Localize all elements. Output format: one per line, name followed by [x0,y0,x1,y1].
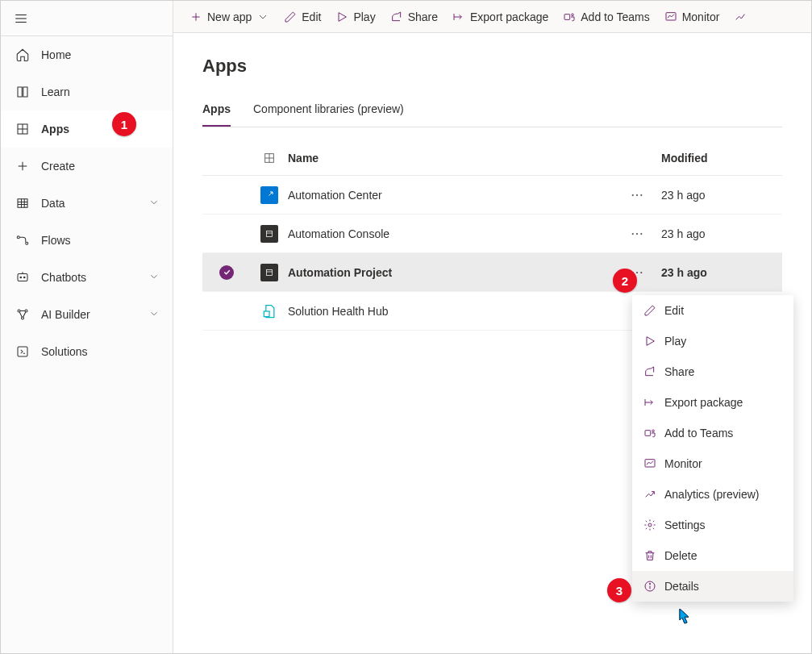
menu-label: Play [664,335,686,348]
export-button[interactable]: Export package [452,10,548,23]
hamburger-menu[interactable] [1,1,173,36]
tab-apps[interactable]: Apps [202,96,231,127]
tbtn-label: Edit [302,10,321,23]
pencil-icon [284,10,297,23]
nav-label: Chatbots [41,271,86,284]
svg-rect-31 [564,14,570,19]
svg-point-20 [25,310,27,312]
nav-solutions[interactable]: Solutions [1,333,173,370]
nav-label: Learn [41,85,70,98]
svg-point-48 [636,271,638,273]
chevron-down-icon [148,197,160,210]
annotation-badge-1: 1 [112,112,136,136]
nav-ai-builder[interactable]: AI Builder [1,296,173,333]
new-app-button[interactable]: New app [189,10,269,23]
nav-label: Solutions [41,345,88,358]
app-modified: 23 h ago [661,189,782,202]
type-column-icon[interactable] [251,152,288,165]
svg-point-43 [636,232,638,234]
nav-apps[interactable]: Apps [1,110,173,148]
tbtn-label: Play [353,10,375,23]
menu-play[interactable]: Play [632,326,793,356]
menu-analytics[interactable]: Analytics (preview) [632,479,793,510]
monitor-icon [643,457,656,470]
app-name: Solution Health Hub [288,305,613,318]
nav-learn[interactable]: Learn [1,73,173,110]
app-name: Automation Project [288,266,613,279]
menu-label: Export package [664,396,743,409]
nav-label: Flows [41,234,71,247]
export-icon [643,396,656,409]
teams-icon [643,427,656,439]
nav-label: Create [41,160,75,173]
menu-label: Details [664,580,699,593]
svg-point-37 [632,194,634,195]
app-type-icon [260,225,278,243]
app-row-selected[interactable]: Automation Project 23 h ago [202,253,782,292]
menu-edit[interactable]: Edit [632,295,793,326]
hamburger-icon [14,11,28,26]
analytics-button-clipped[interactable] [734,10,747,23]
menu-label: Analytics (preview) [664,488,759,501]
tbtn-label: Add to Teams [581,10,649,23]
nav-data[interactable]: Data [1,185,173,222]
menu-details[interactable]: Details [632,571,793,602]
share-button[interactable]: Share [390,10,438,23]
menu-delete[interactable]: Delete [632,540,793,571]
svg-point-19 [18,310,20,312]
menu-label: Monitor [664,457,702,470]
svg-line-22 [19,312,22,317]
nav-create[interactable]: Create [1,148,173,185]
menu-settings[interactable]: Settings [632,510,793,540]
chatbots-icon [14,270,31,285]
app-type-icon [260,264,278,281]
book-icon [14,85,31,99]
more-button[interactable] [613,227,661,241]
more-button[interactable] [613,188,661,202]
tbtn-label: Share [408,10,438,23]
chevron-down-icon [148,308,160,322]
nav-home[interactable]: Home [1,36,173,73]
column-modified[interactable]: Modified [661,152,782,165]
svg-marker-28 [339,12,346,21]
play-button[interactable]: Play [335,10,375,23]
app-name: Automation Console [288,227,613,240]
solutions-icon [14,344,31,359]
tbtn-label: New app [207,10,252,23]
selected-check-icon [219,265,234,280]
menu-teams[interactable]: Add to Teams [632,418,793,448]
tab-label: Component libraries (preview) [253,102,404,115]
tab-component-libraries[interactable]: Component libraries (preview) [253,96,404,127]
add-to-teams-button[interactable]: Add to Teams [563,10,649,23]
plus-icon [189,10,202,23]
ai-icon [14,307,31,322]
app-row[interactable]: Automation Console 23 h ago [202,215,782,253]
chevron-down-icon [256,10,269,23]
svg-point-60 [649,583,650,584]
context-menu: Edit Play Share Export package Add to Te… [632,295,793,602]
menu-share[interactable]: Share [632,356,793,387]
toolbar: New app Edit Play Share Export package [173,1,811,33]
tbtn-label: Export package [470,10,548,23]
annotation-badge-2: 2 [613,269,637,293]
app-row[interactable]: Automation Center 23 h ago [202,176,782,215]
svg-point-49 [640,271,642,273]
home-icon [14,48,31,62]
export-icon [452,10,465,23]
menu-monitor[interactable]: Monitor [632,448,793,479]
nav-chatbots[interactable]: Chatbots [1,259,173,296]
svg-point-39 [640,194,642,195]
nav-flows[interactable]: Flows [1,222,173,259]
data-icon [14,196,31,210]
menu-export[interactable]: Export package [632,387,793,418]
app-name: Automation Center [288,189,613,202]
svg-point-44 [640,232,642,234]
menu-label: Delete [664,549,697,562]
nav-label: Apps [41,123,69,135]
monitor-button[interactable]: Monitor [664,10,720,23]
menu-label: Add to Teams [664,427,733,439]
svg-point-14 [26,242,28,244]
edit-button[interactable]: Edit [284,10,321,23]
list-header: Name Modified [202,140,782,176]
column-name[interactable]: Name [288,152,613,165]
